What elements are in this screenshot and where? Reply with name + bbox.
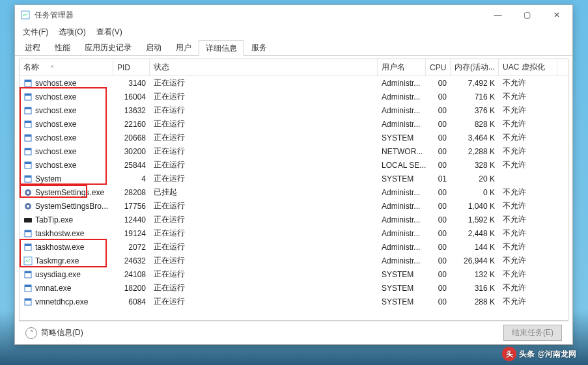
svg-rect-2	[25, 80, 31, 82]
close-button[interactable]: ✕	[542, 5, 571, 25]
fewer-details[interactable]: ˄ 简略信息(D)	[25, 327, 83, 339]
col-user[interactable]: 用户名	[378, 59, 426, 75]
cell-name: svchost.exe	[20, 90, 113, 103]
tab-0[interactable]: 进程	[18, 40, 48, 55]
cell-mem: 288 K	[451, 295, 499, 308]
cell-mem: 26,944 K	[451, 254, 499, 267]
minimize-button[interactable]: —	[483, 5, 512, 25]
cell-cpu: 00	[426, 76, 451, 90]
col-status[interactable]: 状态	[150, 59, 378, 75]
cell-cpu: 01	[426, 172, 451, 185]
cell-name: Taskmgr.exe	[20, 254, 113, 267]
cell-uac: 不允许	[499, 199, 557, 213]
table-row[interactable]: svchost.exe25844正在运行LOCAL SE...00328 K不允…	[20, 158, 568, 172]
table-row[interactable]: TabTip.exe12440正在运行Administr...001,592 K…	[20, 213, 568, 226]
table-row[interactable]: taskhostw.exe19124正在运行Administr...002,44…	[20, 226, 568, 240]
col-mem[interactable]: 内存(活动...	[451, 59, 499, 75]
tab-4[interactable]: 用户	[169, 40, 199, 55]
table-row[interactable]: svchost.exe22160正在运行Administr...00828 K不…	[20, 117, 568, 131]
col-uac[interactable]: UAC 虚拟化	[499, 59, 557, 75]
menu-view[interactable]: 查看(V)	[91, 25, 128, 39]
svg-rect-21	[24, 218, 32, 223]
tab-2[interactable]: 应用历史记录	[77, 40, 139, 55]
tab-5[interactable]: 详细信息	[199, 40, 244, 56]
table-row[interactable]: System4正在运行SYSTEM0120 K	[20, 172, 568, 185]
cell-name: svchost.exe	[20, 103, 113, 117]
cell-user: Administr...	[378, 103, 426, 117]
table-row[interactable]: usysdiag.exe24108正在运行SYSTEM00132 K不允许	[20, 267, 568, 281]
cell-user: SYSTEM	[378, 281, 426, 295]
cell-pid: 17756	[113, 199, 150, 213]
table-row[interactable]: vmnetdhcp.exe6084正在运行SYSTEM00288 K不允许	[20, 295, 568, 308]
cell-status: 正在运行	[150, 158, 378, 172]
svg-rect-12	[25, 148, 31, 150]
cell-status: 正在运行	[150, 281, 378, 295]
cell-cpu: 00	[426, 103, 451, 117]
table-row[interactable]: svchost.exe13632正在运行Administr...00376 K不…	[20, 103, 568, 117]
cell-pid: 28208	[113, 185, 150, 199]
svg-rect-32	[25, 299, 31, 301]
cell-uac	[499, 172, 557, 185]
cell-cpu: 00	[426, 226, 451, 240]
table-row[interactable]: taskhostw.exe2072正在运行Administr...00144 K…	[20, 240, 568, 254]
col-pid[interactable]: PID	[113, 59, 150, 75]
titlebar[interactable]: 任务管理器 — ▢ ✕	[15, 5, 572, 25]
cell-status: 正在运行	[150, 172, 378, 185]
svg-point-20	[27, 205, 29, 208]
cell-uac: 不允许	[499, 281, 557, 295]
menu-options[interactable]: 选项(O)	[53, 25, 91, 39]
tab-1[interactable]: 性能	[48, 40, 77, 55]
cell-status: 正在运行	[150, 199, 378, 213]
table-row[interactable]: SystemSettings.exe28208已挂起Administr...00…	[20, 185, 568, 199]
cell-cpu: 00	[426, 295, 451, 308]
table-row[interactable]: svchost.exe3140正在运行Administr...007,492 K…	[20, 76, 568, 90]
cell-user: SYSTEM	[378, 295, 426, 308]
content-area: 名称 ^ PID 状态 用户名 CPU 内存(活动... UAC 虚拟化 svc…	[15, 56, 572, 344]
cell-mem: 2,448 K	[451, 226, 499, 240]
table-row[interactable]: svchost.exe20668正在运行SYSTEM003,464 K不允许	[20, 131, 568, 144]
tab-3[interactable]: 启动	[139, 40, 169, 55]
cell-status: 正在运行	[150, 90, 378, 103]
cell-status: 正在运行	[150, 131, 378, 144]
cell-name: System	[20, 172, 113, 185]
cell-name: SystemSettings.exe	[20, 185, 113, 199]
cell-user: NETWOR...	[378, 144, 426, 158]
cell-status: 正在运行	[150, 103, 378, 117]
cell-status: 正在运行	[150, 254, 378, 267]
svg-rect-14	[25, 162, 31, 164]
svg-rect-4	[25, 94, 31, 96]
table-body[interactable]: svchost.exe3140正在运行Administr...007,492 K…	[20, 76, 568, 320]
process-icon	[23, 229, 33, 238]
table-row[interactable]: SystemSettingsBro...17756正在运行Administr..…	[20, 199, 568, 213]
process-icon	[23, 174, 33, 183]
table-row[interactable]: Taskmgr.exe24632正在运行Administr...0026,944…	[20, 254, 568, 267]
cell-name: taskhostw.exe	[20, 226, 113, 240]
cell-status: 正在运行	[150, 226, 378, 240]
cell-pid: 30200	[113, 144, 150, 158]
maximize-button[interactable]: ▢	[512, 5, 542, 25]
process-icon	[23, 243, 33, 252]
footer: ˄ 简略信息(D) 结束任务(E)	[19, 321, 568, 344]
cell-name: vmnetdhcp.exe	[20, 295, 113, 308]
table-row[interactable]: svchost.exe30200正在运行NETWOR...002,288 K不允…	[20, 144, 568, 158]
menu-file[interactable]: 文件(F)	[18, 25, 53, 39]
table-row[interactable]: svchost.exe16004正在运行Administr...00716 K不…	[20, 90, 568, 103]
cell-user: LOCAL SE...	[378, 158, 426, 172]
col-cpu[interactable]: CPU	[426, 59, 451, 75]
process-icon	[23, 256, 33, 265]
tabs: 进程性能应用历史记录启动用户详细信息服务	[15, 40, 572, 56]
cell-name: svchost.exe	[20, 158, 113, 172]
cell-mem: 316 K	[451, 281, 499, 295]
menubar: 文件(F) 选项(O) 查看(V)	[15, 25, 572, 39]
cell-cpu: 00	[426, 158, 451, 172]
col-name[interactable]: 名称 ^	[20, 59, 113, 75]
cell-mem: 144 K	[451, 240, 499, 254]
table-row[interactable]: vmnat.exe18200正在运行SYSTEM00316 K不允许	[20, 281, 568, 295]
svg-rect-28	[25, 271, 31, 273]
cell-user: SYSTEM	[378, 131, 426, 144]
tab-6[interactable]: 服务	[244, 40, 274, 55]
cell-cpu: 00	[426, 267, 451, 281]
end-task-button[interactable]: 结束任务(E)	[503, 325, 562, 341]
table-header: 名称 ^ PID 状态 用户名 CPU 内存(活动... UAC 虚拟化	[20, 59, 568, 76]
task-manager-window: 任务管理器 — ▢ ✕ 文件(F) 选项(O) 查看(V) 进程性能应用历史记录…	[14, 5, 573, 345]
